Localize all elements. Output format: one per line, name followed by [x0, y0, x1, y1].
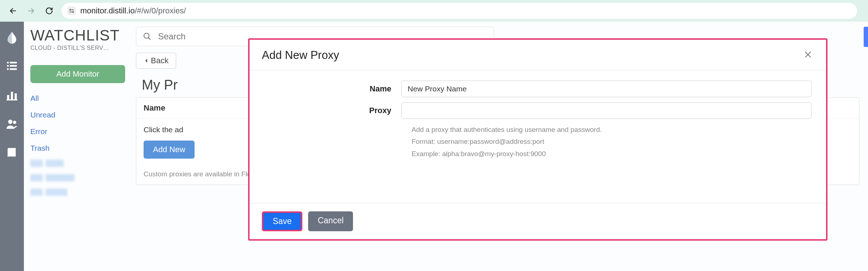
filter-unread[interactable]: Unread	[30, 111, 129, 119]
back-button[interactable]: Back	[136, 53, 176, 69]
svg-point-17	[13, 121, 16, 124]
browser-toolbar: monitor.distill.io/#/w/0/proxies/	[0, 0, 868, 22]
svg-rect-9	[10, 65, 17, 67]
add-new-proxy-button[interactable]: Add New	[144, 141, 195, 159]
svg-rect-11	[10, 68, 17, 70]
add-monitor-button[interactable]: Add Monitor	[30, 65, 125, 83]
back-nav-button[interactable]	[7, 5, 19, 17]
search-icon	[143, 32, 152, 41]
name-label: Name	[264, 81, 401, 94]
modal-title: Add New Proxy	[262, 49, 339, 62]
svg-rect-14	[15, 94, 17, 100]
svg-point-2	[70, 9, 71, 10]
proxy-name-input[interactable]	[401, 81, 812, 97]
back-button-label: Back	[151, 56, 169, 65]
list-icon[interactable]	[5, 59, 19, 73]
svg-rect-10	[7, 68, 9, 70]
site-settings-icon[interactable]	[67, 7, 76, 15]
forward-nav-button[interactable]	[25, 5, 37, 17]
address-bar[interactable]: monitor.distill.io/#/w/0/proxies/	[61, 3, 857, 19]
svg-point-4	[72, 12, 73, 13]
book-icon[interactable]	[5, 146, 19, 160]
save-button[interactable]: Save	[262, 211, 302, 231]
logo-icon[interactable]	[5, 30, 19, 44]
help-line-1: Add a proxy that authenticates using use…	[412, 124, 812, 135]
svg-rect-8	[7, 65, 9, 67]
svg-point-16	[8, 120, 13, 124]
close-icon[interactable]	[802, 48, 814, 63]
svg-rect-7	[10, 62, 17, 64]
users-icon[interactable]	[5, 117, 19, 131]
page-subtitle: CLOUD - DISTILL'S SERV…	[30, 45, 129, 51]
help-line-3: Example: alpha:bravo@my-proxy-host:9000	[412, 148, 812, 159]
svg-line-19	[148, 38, 150, 40]
help-line-2: Format: username:password@address:port	[412, 136, 812, 147]
filter-trash[interactable]: Trash	[30, 144, 129, 152]
icon-rail	[0, 22, 24, 271]
proxy-label: Proxy	[264, 102, 401, 115]
svg-rect-6	[7, 62, 9, 64]
filter-error[interactable]: Error	[30, 127, 129, 136]
cancel-button[interactable]: Cancel	[308, 211, 353, 231]
svg-rect-13	[11, 92, 13, 100]
reload-button[interactable]	[43, 5, 55, 17]
filter-all[interactable]: All	[30, 94, 129, 103]
url-text: monitor.distill.io/#/w/0/proxies/	[80, 6, 186, 16]
add-proxy-modal: Add New Proxy Name Proxy Add a proxy tha…	[248, 38, 827, 241]
svg-point-18	[144, 33, 149, 38]
chart-icon[interactable]	[5, 88, 19, 102]
right-indicator	[864, 27, 868, 47]
proxy-address-input[interactable]	[401, 102, 812, 119]
svg-rect-12	[7, 95, 9, 100]
page-title: WATCHLIST	[30, 27, 129, 44]
